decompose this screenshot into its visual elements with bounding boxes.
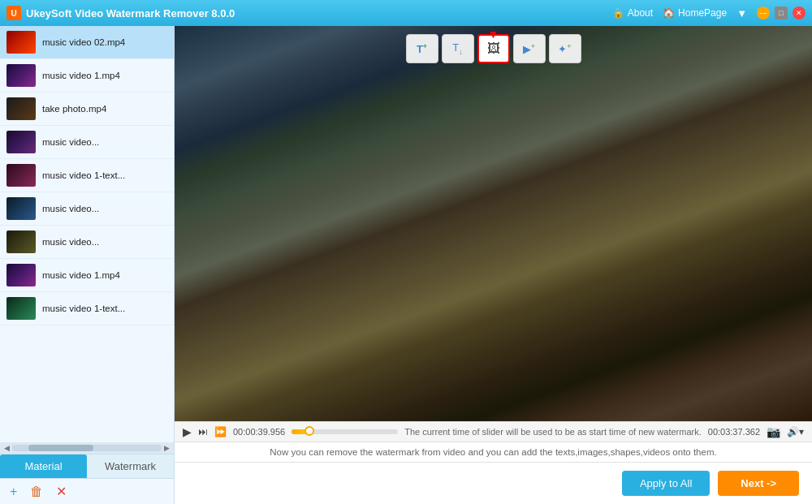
file-name: music video 1.mp4 (42, 270, 120, 280)
play-button[interactable]: ▶ (183, 425, 192, 438)
video-area: T+ T↓ ▼ 🖼 ▶+ ✦+ (175, 26, 812, 421)
video-preview: T+ T↓ ▼ 🖼 ▶+ ✦+ (175, 26, 812, 421)
file-thumbnail (6, 164, 36, 187)
add-text-button[interactable]: T+ (406, 34, 438, 63)
titlebar-nav: 🔒 About 🏠 HomePage ▼ (612, 7, 747, 19)
horizontal-scrollbar[interactable]: ◀ ▶ (0, 442, 174, 454)
add-shape-button[interactable]: ✦+ (549, 34, 581, 63)
file-name: take photo.mp4 (42, 104, 106, 114)
sidebar: music video 02.mp4music video 1.mp4take … (0, 26, 175, 504)
tabs-row: Material Watermark (0, 454, 174, 478)
info-area: Now you can remove the watermark from vi… (175, 442, 812, 462)
volume-button[interactable]: 🔊▾ (787, 426, 804, 437)
file-name: music video 1-text... (42, 304, 125, 313)
list-item[interactable]: music video... (0, 126, 174, 159)
file-name: music video... (42, 237, 99, 247)
list-item[interactable]: music video 02.mp4 (0, 26, 174, 59)
dropdown-icon[interactable]: ▼ (736, 7, 747, 19)
scroll-right-arrow[interactable]: ▶ (162, 444, 172, 452)
file-name: music video 1-text... (42, 170, 125, 180)
sidebar-toolbar: + 🗑 ✕ (0, 478, 174, 504)
video-controls: ▶ ⏭ ⏩ 00:00:39.956 The current time of s… (175, 421, 812, 442)
list-item[interactable]: music video 1.mp4 (0, 259, 174, 292)
add-video-button[interactable]: ▶+ (513, 34, 546, 63)
lock-icon: 🔒 (612, 7, 624, 19)
list-item[interactable]: music video... (0, 192, 174, 226)
hint-text: The current time of slider will be used … (404, 427, 702, 437)
close-button[interactable]: ✕ (793, 6, 806, 19)
file-thumbnail (6, 297, 36, 320)
maximize-button[interactable]: □ (775, 6, 788, 19)
total-time: 00:03:37.362 (708, 427, 760, 437)
tab-material[interactable]: Material (0, 454, 87, 478)
step-frame-button[interactable]: ⏩ (214, 426, 227, 437)
down-arrow-icon: ▼ (488, 28, 499, 41)
text-add-icon: T+ (417, 42, 427, 55)
file-thumbnail (6, 230, 36, 253)
image-text-icon: T↓ (452, 41, 462, 56)
file-name: music video... (42, 137, 99, 147)
list-item[interactable]: music video... (0, 226, 174, 259)
file-list: music video 02.mp4music video 1.mp4take … (0, 26, 174, 442)
add-image-button[interactable]: ▼ 🖼 (477, 34, 510, 63)
app-logo: U (6, 6, 21, 20)
video-add-icon: ▶+ (523, 42, 535, 55)
video-bg (175, 26, 812, 421)
image-icon: 🖼 (487, 41, 500, 56)
progress-bar[interactable] (292, 429, 398, 434)
description-text: Now you can remove the watermark from vi… (270, 447, 716, 457)
add-image-text-button[interactable]: T↓ (442, 34, 474, 63)
bottom-bar: Apply to All Next -> (175, 462, 812, 504)
about-button[interactable]: 🔒 About (612, 7, 653, 19)
bottom-actions: Apply to All Next -> (622, 471, 799, 496)
screenshot-button[interactable]: 📷 (767, 425, 780, 438)
shape-add-icon: ✦+ (558, 42, 571, 55)
clear-file-button[interactable]: ✕ (56, 484, 67, 499)
file-thumbnail (6, 131, 36, 153)
window-controls: — □ ✕ (757, 6, 806, 19)
list-item[interactable]: music video 1.mp4 (0, 59, 174, 93)
delete-file-button[interactable]: 🗑 (30, 485, 43, 499)
progress-handle[interactable] (304, 426, 314, 436)
main-layout: music video 02.mp4music video 1.mp4take … (0, 26, 812, 504)
tab-watermark[interactable]: Watermark (87, 454, 174, 478)
add-file-button[interactable]: + (10, 485, 17, 499)
file-name: music video... (42, 204, 99, 213)
watermark-toolbar: T+ T↓ ▼ 🖼 ▶+ ✦+ (406, 34, 581, 63)
scrollbar-thumb[interactable] (28, 445, 93, 451)
file-name: music video 1.mp4 (42, 71, 120, 80)
file-name: music video 02.mp4 (42, 37, 125, 47)
list-item[interactable]: take photo.mp4 (0, 93, 174, 126)
home-icon: 🏠 (663, 7, 675, 19)
app-title: UkeySoft Video Watermark Remover 8.0.0 (26, 7, 612, 19)
file-thumbnail (6, 197, 36, 220)
file-thumbnail (6, 97, 36, 120)
list-item[interactable]: music video 1-text... (0, 292, 174, 325)
content-right: T+ T↓ ▼ 🖼 ▶+ ✦+ (175, 26, 812, 504)
scrollbar-track[interactable] (12, 445, 162, 451)
file-thumbnail (6, 64, 36, 87)
titlebar: U UkeySoft Video Watermark Remover 8.0.0… (0, 0, 812, 26)
homepage-button[interactable]: 🏠 HomePage (663, 7, 727, 19)
file-thumbnail (6, 31, 36, 54)
apply-to-all-button[interactable]: Apply to All (622, 471, 710, 496)
step-forward-button[interactable]: ⏭ (198, 426, 208, 437)
scroll-left-arrow[interactable]: ◀ (2, 444, 12, 452)
minimize-button[interactable]: — (757, 6, 770, 19)
current-time: 00:00:39.956 (233, 427, 285, 437)
file-thumbnail (6, 264, 36, 286)
list-item[interactable]: music video 1-text... (0, 159, 174, 192)
next-button[interactable]: Next -> (718, 471, 799, 496)
